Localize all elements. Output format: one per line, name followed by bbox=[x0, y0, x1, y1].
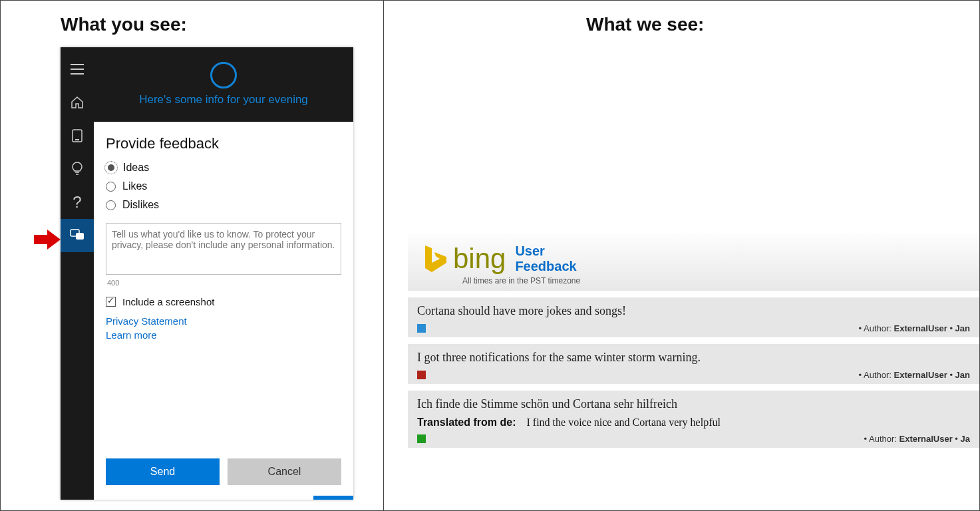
radio-dislikes[interactable]: Dislikes bbox=[106, 199, 341, 211]
svg-rect-7 bbox=[76, 233, 84, 240]
feedback-item-text: Ich finde die Stimme schön und Cortana s… bbox=[417, 397, 970, 411]
cancel-button[interactable]: Cancel bbox=[228, 458, 341, 485]
send-button[interactable]: Send bbox=[106, 458, 220, 485]
bottom-accent-bar bbox=[313, 496, 353, 500]
svg-marker-0 bbox=[34, 230, 61, 250]
timezone-note: All times are in the PST timezone bbox=[462, 276, 966, 285]
screenshot-checkbox-row[interactable]: Include a screenshot bbox=[106, 296, 341, 307]
learn-more-link[interactable]: Learn more bbox=[106, 329, 341, 341]
feedback-title: Provide feedback bbox=[106, 135, 341, 152]
bing-logo-icon bbox=[421, 243, 449, 275]
radio-likes[interactable]: Likes bbox=[106, 180, 341, 192]
red-arrow-icon bbox=[34, 230, 61, 250]
radio-dislikes-label: Dislikes bbox=[122, 199, 159, 211]
right-heading: What we see: bbox=[586, 14, 704, 35]
cortana-sidebar: ? bbox=[61, 47, 94, 500]
feedback-item-translated: Translated from de: I find the voice nic… bbox=[417, 417, 970, 428]
menu-icon[interactable] bbox=[61, 53, 94, 86]
cortana-ring-icon bbox=[210, 62, 237, 88]
color-swatch-icon bbox=[417, 434, 426, 443]
cortana-greeting: Here's some info for your evening bbox=[119, 92, 328, 107]
radio-ideas-label: Ideas bbox=[123, 162, 149, 174]
dislikes-radio-icon bbox=[106, 200, 116, 210]
likes-radio-icon bbox=[106, 182, 116, 192]
privacy-link[interactable]: Privacy Statement bbox=[106, 315, 341, 327]
radio-likes-label: Likes bbox=[122, 180, 147, 192]
feedback-item: Ich finde die Stimme schön und Cortana s… bbox=[408, 391, 979, 448]
feedback-item-text: Cortana should have more jokes and songs… bbox=[417, 304, 970, 318]
radio-ideas[interactable]: Ideas bbox=[106, 162, 341, 174]
feedback-icon[interactable] bbox=[61, 219, 94, 252]
notebook-icon[interactable] bbox=[61, 119, 94, 152]
char-count: 400 bbox=[107, 279, 341, 287]
left-heading: What you see: bbox=[61, 14, 187, 35]
bing-header: bing User Feedback All times are in the … bbox=[408, 234, 979, 291]
feedback-item: Cortana should have more jokes and songs… bbox=[408, 297, 979, 337]
bing-wordmark: bing bbox=[453, 243, 506, 275]
vertical-divider bbox=[383, 1, 384, 510]
svg-rect-3 bbox=[71, 73, 84, 75]
svg-rect-5 bbox=[75, 139, 79, 140]
feedback-item-meta: • Author: ExternalUser • Jan bbox=[859, 323, 970, 333]
feedback-item-meta: • Author: ExternalUser • Ja bbox=[864, 434, 970, 444]
screenshot-checkbox[interactable] bbox=[106, 297, 116, 307]
bulb-icon[interactable] bbox=[61, 152, 94, 186]
screenshot-label: Include a screenshot bbox=[122, 296, 214, 307]
svg-rect-2 bbox=[71, 69, 84, 70]
feedback-item-text: I got three notifications for the same w… bbox=[417, 351, 970, 365]
cortana-header: Here's some info for your evening bbox=[94, 47, 353, 122]
help-icon[interactable]: ? bbox=[61, 186, 94, 219]
color-swatch-icon bbox=[417, 324, 426, 333]
button-row: Send Cancel bbox=[106, 458, 341, 485]
svg-rect-1 bbox=[71, 64, 84, 65]
feedback-panel: Provide feedback Ideas Likes Dislikes 40… bbox=[94, 122, 353, 500]
feedback-item-meta: • Author: ExternalUser • Jan bbox=[859, 370, 970, 380]
feedback-item: I got three notifications for the same w… bbox=[408, 344, 979, 384]
feedback-textarea[interactable] bbox=[106, 223, 341, 275]
ideas-radio-icon bbox=[106, 162, 116, 173]
color-swatch-icon bbox=[417, 371, 426, 379]
bing-feedback-panel: bing User Feedback All times are in the … bbox=[408, 234, 979, 510]
home-icon[interactable] bbox=[61, 86, 94, 119]
bing-subtitle: User Feedback bbox=[515, 244, 576, 274]
cortana-window: ? Here's some info for your evening Prov… bbox=[61, 47, 353, 500]
